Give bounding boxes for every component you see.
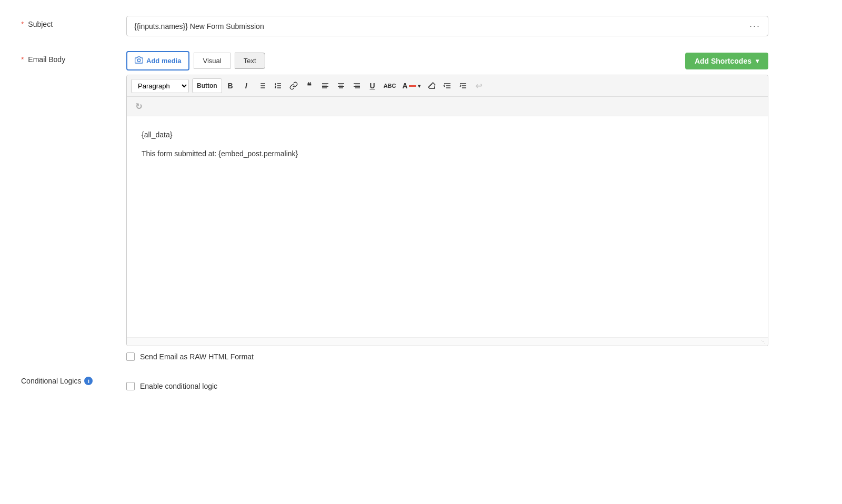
subject-input[interactable] (127, 17, 742, 36)
content-line-1: {all_data} (142, 129, 753, 142)
editor-toolbar-row2: ↻ (127, 97, 768, 116)
align-left-tool[interactable] (318, 78, 333, 93)
color-swatch (409, 85, 416, 87)
enable-conditional-row: Enable conditional logic (126, 382, 768, 390)
link-tool[interactable] (286, 78, 301, 93)
raw-html-row: Send Email as RAW HTML Format (126, 352, 768, 361)
bold-tool[interactable]: B (223, 78, 238, 93)
subject-field: ··· (126, 16, 768, 36)
color-dropdown-arrow: ▾ (418, 83, 420, 89)
email-body-row: * Email Body Add media (21, 51, 768, 361)
align-center-tool[interactable] (334, 78, 348, 93)
add-media-label: Add media (146, 57, 181, 65)
bullet-list-tool[interactable] (255, 78, 269, 93)
quote-tool[interactable]: ❝ (302, 78, 317, 93)
tab-text[interactable]: Text (235, 53, 265, 69)
add-shortcodes-button[interactable]: Add Shortcodes ▾ (685, 53, 768, 69)
enable-conditional-label: Enable conditional logic (140, 382, 217, 390)
add-media-button[interactable]: Add media (126, 51, 189, 70)
content-line-2: This form submitted at: {embed_post.perm… (142, 148, 753, 160)
conditional-logics-row: Conditional Logics i Enable conditional … (21, 376, 768, 390)
media-icon (135, 56, 143, 66)
tab-visual[interactable]: Visual (194, 53, 230, 69)
paragraph-select[interactable]: Paragraph Heading 1 Heading 2 Heading 3 (131, 79, 189, 93)
resize-handle[interactable]: ⋱ (127, 337, 768, 346)
raw-html-label: Send Email as RAW HTML Format (140, 352, 254, 361)
indent-tool[interactable] (456, 78, 470, 93)
chevron-down-icon: ▾ (756, 57, 759, 65)
conditional-logics-field: Enable conditional logic (126, 376, 768, 390)
italic-tool[interactable]: I (239, 78, 254, 93)
editor-toolbar: Paragraph Heading 1 Heading 2 Heading 3 … (127, 75, 768, 97)
text-color-tool[interactable]: A ▾ (400, 78, 423, 93)
raw-html-checkbox[interactable] (126, 352, 135, 361)
email-body-label: * Email Body (21, 51, 126, 64)
add-shortcodes-label: Add Shortcodes (695, 57, 751, 65)
required-star: * (21, 20, 24, 28)
underline-tool[interactable]: U (365, 78, 380, 93)
subject-row: * Subject ··· (21, 16, 768, 36)
undo-tool[interactable]: ↩ (472, 78, 486, 93)
email-body-field: Add media Visual Text Add Shortcodes ▾ P… (126, 51, 768, 361)
email-body-header: Add media Visual Text Add Shortcodes ▾ (126, 51, 768, 70)
info-icon[interactable]: i (84, 377, 93, 385)
eraser-tool[interactable] (424, 78, 439, 93)
outdent-tool[interactable] (440, 78, 455, 93)
required-star-2: * (21, 55, 24, 64)
align-right-tool[interactable] (349, 78, 364, 93)
button-tool[interactable]: Button (192, 78, 222, 93)
svg-point-0 (137, 59, 140, 62)
editor-content[interactable]: {all_data} This form submitted at: {embe… (127, 116, 768, 337)
subject-input-wrapper: ··· (126, 16, 768, 36)
conditional-logics-label: Conditional Logics i (21, 376, 126, 385)
strikethrough-tool[interactable]: ABC (381, 78, 399, 93)
enable-conditional-checkbox[interactable] (126, 382, 135, 390)
redo-tool[interactable]: ↻ (131, 99, 146, 114)
ordered-list-tool[interactable] (270, 78, 285, 93)
subject-label: * Subject (21, 16, 126, 28)
email-body-header-left: Add media Visual Text (126, 51, 265, 70)
subject-more-button[interactable]: ··· (742, 16, 768, 36)
editor-wrapper: Paragraph Heading 1 Heading 2 Heading 3 … (126, 75, 768, 346)
